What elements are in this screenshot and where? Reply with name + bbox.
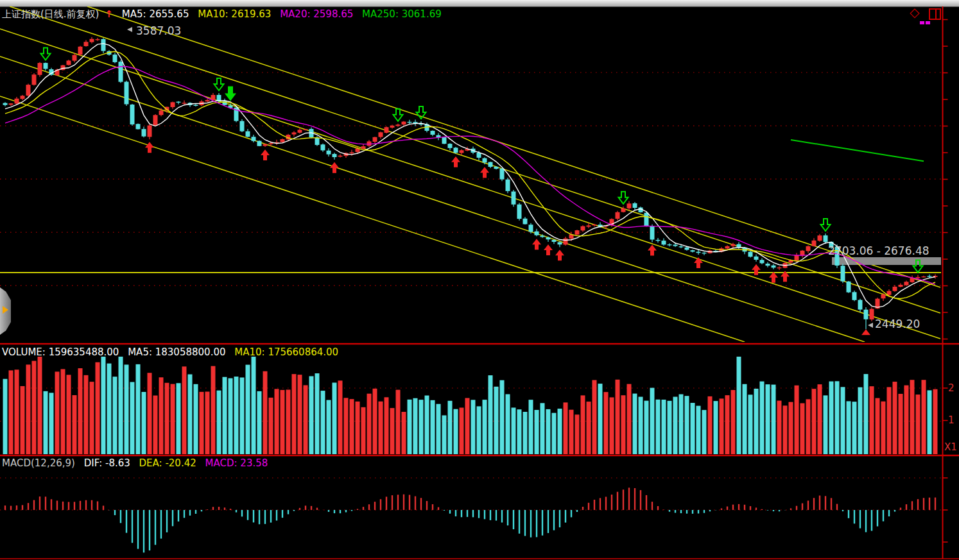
peak-price-label: 3587.03 xyxy=(136,24,181,37)
volume-ma5-value: MA5: 183058800.00 xyxy=(128,346,225,358)
ma250-line xyxy=(791,140,924,161)
macd-histogram xyxy=(5,488,935,552)
stock-chart-window: 上证指数(日线.前复权)↑ MA5: 2655.65 MA10: 2619.63… xyxy=(0,0,959,560)
buy-signal-arrows xyxy=(145,142,790,283)
trend-channel-lines xyxy=(0,6,940,342)
peak-pointer-icon xyxy=(127,27,132,32)
diamond-tool-icon[interactable]: ◇ xyxy=(910,6,919,19)
low-price-label: 2449.20 xyxy=(875,318,920,330)
gap-highlight-bar xyxy=(832,257,941,265)
volume-ma10-value: MA10: 175660864.00 xyxy=(234,346,338,358)
macd-formula: MACD(12,26,9) xyxy=(2,457,75,469)
low-pointer-icon xyxy=(868,323,873,328)
chart-canvas[interactable] xyxy=(0,0,959,560)
dif-value: DIF: -8.63 xyxy=(84,457,130,469)
sell-signal-arrows xyxy=(41,48,923,273)
ma250-value: MA250: 3061.69 xyxy=(362,8,442,20)
volume-multiplier-label: X1 xyxy=(944,441,957,453)
volume-pane-header: VOLUME: 159635488.00 MA5: 183058800.00 M… xyxy=(2,346,344,358)
instrument-title: 上证指数(日线.前复权) xyxy=(2,8,99,20)
low-marker xyxy=(861,329,870,335)
split-window-icon[interactable] xyxy=(929,8,941,20)
up-arrow-icon: ↑ xyxy=(105,8,113,20)
ma5-value: MA5: 2655.65 xyxy=(122,8,189,20)
volume-bars xyxy=(3,357,938,454)
volume-gridlines xyxy=(0,388,941,421)
ma10-line xyxy=(5,51,935,298)
volume-axis-label-100m: 1 xyxy=(948,414,955,426)
price-axis xyxy=(0,6,959,559)
dif-line xyxy=(5,473,935,557)
volume-value: VOLUME: 159635488.00 xyxy=(2,346,119,358)
ma10-value: MA10: 2619.63 xyxy=(198,8,271,20)
expand-arrow-icon xyxy=(3,306,8,314)
macd-gridlines xyxy=(0,478,941,510)
macd-value: MACD: 23.58 xyxy=(205,457,268,469)
magenta-indicator-mark xyxy=(926,21,930,24)
main-chart-header: 上证指数(日线.前复权)↑ MA5: 2655.65 MA10: 2619.63… xyxy=(2,8,447,21)
macd-pane-header: MACD(12,26,9) DIF: -8.63 DEA: -20.42 MAC… xyxy=(2,457,273,469)
price-gridlines xyxy=(0,72,941,285)
gap-range-label: 2703.06 - 2676.48 xyxy=(828,244,929,257)
ma20-value: MA20: 2598.65 xyxy=(280,8,353,20)
magenta-indicator-mark xyxy=(920,21,924,24)
dea-value: DEA: -20.42 xyxy=(139,457,196,469)
volume-axis-label-200m: 2 xyxy=(948,382,955,394)
dea-line xyxy=(5,477,935,551)
